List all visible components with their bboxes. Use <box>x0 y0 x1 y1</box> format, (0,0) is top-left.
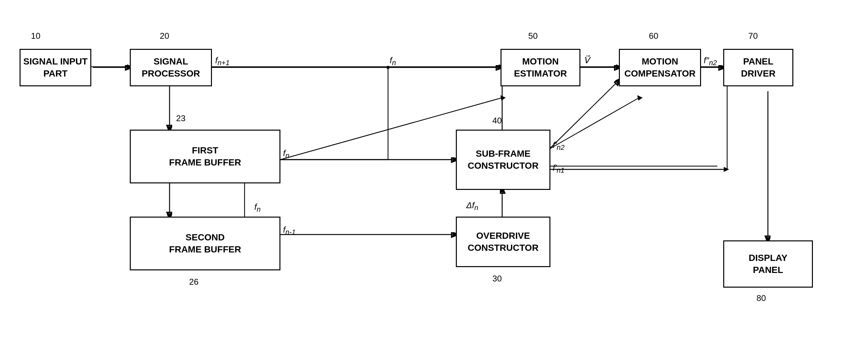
svg-marker-21 <box>638 96 642 100</box>
label-40: 40 <box>492 116 502 126</box>
subframe-constructor-block: SUB-FRAMECONSTRUCTOR <box>456 130 550 190</box>
signal-fn-label1: fn <box>283 148 289 160</box>
signal-fn-junction-label: fn <box>390 56 396 67</box>
second-frame-buffer-block: SECONDFRAME BUFFER <box>130 217 280 270</box>
signal-delta-fn-label: Δfn <box>466 200 478 212</box>
overdrive-constructor-block: OVERDRIVECONSTRUCTOR <box>456 217 550 267</box>
signal-fn1-label: fn+1 <box>215 56 229 67</box>
svg-point-36 <box>386 66 390 69</box>
signal-fn2-double-prime-label: f″n2 <box>704 56 717 67</box>
motion-compensator-block: MOTIONCOMPENSATOR <box>619 49 701 86</box>
signal-v-label: V⃗ <box>584 56 590 66</box>
label-60: 60 <box>649 31 658 41</box>
signal-fn-1-label: fn-1 <box>283 225 296 237</box>
panel-driver-block: PANELDRIVER <box>723 49 793 86</box>
motion-estimator-block: MOTIONESTIMATOR <box>500 49 580 86</box>
signal-input-part-block: SIGNAL INPUT PART <box>20 49 91 86</box>
label-50: 50 <box>528 31 538 41</box>
label-23: 23 <box>176 113 186 124</box>
label-30: 30 <box>492 274 502 284</box>
first-frame-buffer-block: FIRSTFRAME BUFFER <box>130 130 280 183</box>
label-26: 26 <box>189 277 198 287</box>
signal-processor-block: SIGNALPROCESSOR <box>130 49 212 86</box>
signal-fn1-prime-label: f'n1 <box>553 163 564 175</box>
signal-fn-label2: fn <box>254 202 260 214</box>
diagram-container: SIGNAL INPUT PART 10 SIGNALPROCESSOR 20 … <box>0 0 868 343</box>
label-70: 70 <box>748 31 758 41</box>
label-80: 80 <box>756 293 766 303</box>
svg-marker-28 <box>724 167 729 172</box>
label-20: 20 <box>160 31 169 41</box>
svg-marker-7 <box>500 96 505 100</box>
label-10: 10 <box>31 31 40 41</box>
display-panel-block: DISPLAYPANEL <box>723 240 813 287</box>
signal-fn2-prime-label: f'n2 <box>553 140 564 152</box>
